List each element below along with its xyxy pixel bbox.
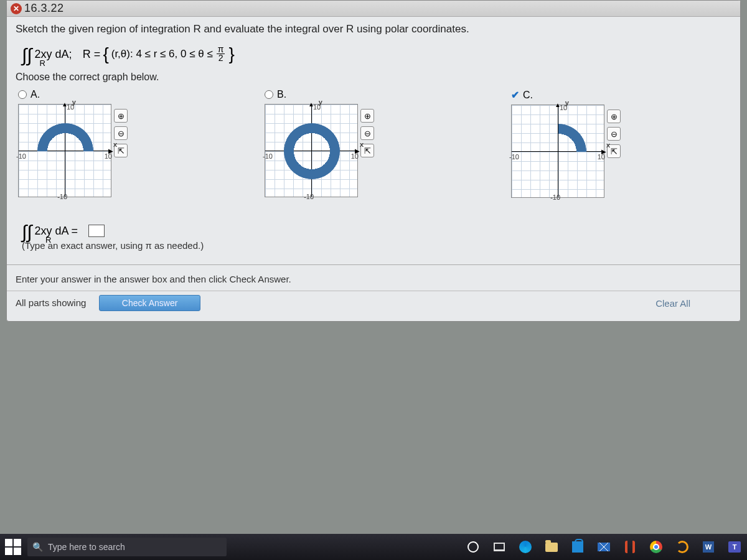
zoom-out-icon: ⊖ xyxy=(118,129,125,138)
file-explorer-icon[interactable] xyxy=(544,539,559,554)
radio-a[interactable] xyxy=(18,90,27,99)
store-icon[interactable] xyxy=(570,539,585,554)
zoom-in-icon: ⊕ xyxy=(611,112,618,121)
zoom-out-button[interactable]: ⊖ xyxy=(360,126,374,140)
choose-graph-prompt: Choose the correct graph below. xyxy=(16,72,731,83)
integral-region-label: R xyxy=(45,235,51,245)
zoom-out-icon: ⊖ xyxy=(611,129,618,139)
integral-icon: ∫∫ xyxy=(22,47,32,63)
popout-icon: ⇱ xyxy=(611,147,618,156)
option-b: B. ▶ ▲ 10 y x -10 10 -1 xyxy=(265,89,374,198)
teams-icon[interactable] xyxy=(727,539,742,554)
popout-icon: ⇱ xyxy=(364,146,371,156)
graph-tools-a: ⊕ ⊖ ⇱ xyxy=(114,109,128,157)
integral-definition: ∫∫ 2xy dA; R R = { (r,θ): 4 ≤ r ≤ 6, 0 ≤… xyxy=(22,44,731,64)
zoom-in-button[interactable]: ⊕ xyxy=(114,109,128,123)
word-icon[interactable]: W xyxy=(701,539,716,554)
ccleaner-icon[interactable] xyxy=(675,539,690,554)
clear-all-button[interactable]: Clear All xyxy=(655,298,690,309)
answer-integrand: 2xy dA = xyxy=(34,225,78,238)
checkmark-icon: ✔ xyxy=(511,89,519,101)
search-placeholder: Type here to search xyxy=(48,542,125,552)
start-button[interactable] xyxy=(5,539,21,555)
region-equals: R = xyxy=(83,48,101,61)
titlebar: ✕ 16.3.22 xyxy=(7,1,740,17)
edge-icon[interactable] xyxy=(518,539,533,554)
fraction-pi-over-2: π 2 xyxy=(217,45,225,62)
question-window: ✕ 16.3.22 Sketch the given region of int… xyxy=(6,0,741,322)
zoom-out-button[interactable]: ⊖ xyxy=(114,126,128,140)
left-controls: All parts showing Check Answer xyxy=(16,295,200,311)
answer-row: ∫∫ 2xy dA = R xyxy=(22,223,731,239)
graph-b[interactable]: ▶ ▲ 10 y x -10 10 -10 xyxy=(265,104,358,197)
tick-y-n10: -10 xyxy=(57,193,67,200)
tick-x-n10: -10 xyxy=(16,152,26,160)
chrome-icon[interactable] xyxy=(649,539,664,554)
close-icon[interactable]: ✕ xyxy=(11,3,22,14)
region-shape-c xyxy=(558,124,586,152)
option-c-label: C. xyxy=(523,90,533,101)
radio-b[interactable] xyxy=(265,90,273,99)
problem-statement: Sketch the given region of integration R… xyxy=(16,23,731,35)
answer-input[interactable] xyxy=(88,225,105,237)
taskbar-search[interactable]: 🔍 Type here to search xyxy=(27,538,227,556)
zoom-in-button[interactable]: ⊕ xyxy=(360,109,374,123)
content-area: Sketch the given region of integration R… xyxy=(7,17,740,321)
search-icon: 🔍 xyxy=(32,542,43,552)
office-icon[interactable] xyxy=(622,539,637,554)
tick-y-n10: -10 xyxy=(550,194,560,201)
option-c: ✔ C. ▶ ▲ 10 y x -10 10 xyxy=(511,89,621,198)
brace-open-icon: { xyxy=(103,44,108,64)
brace-close-icon: } xyxy=(228,44,234,64)
tick-x-10: 10 xyxy=(598,153,605,161)
zoom-in-icon: ⊕ xyxy=(364,111,371,121)
fraction-bot: 2 xyxy=(217,54,225,62)
zoom-in-icon: ⊕ xyxy=(118,111,125,121)
region-shape-a xyxy=(37,123,93,151)
integral-region-label: R xyxy=(39,58,45,68)
window-title: 16.3.22 xyxy=(24,2,64,15)
option-b-label: B. xyxy=(277,89,286,100)
mail-icon[interactable] xyxy=(596,539,611,554)
graph-a[interactable]: ▶ ▲ 10 y x -10 10 -10 xyxy=(18,104,111,197)
axis-y-label: y xyxy=(565,99,569,106)
graph-tools-b: ⊕ ⊖ ⇱ xyxy=(360,109,374,157)
task-view-icon[interactable] xyxy=(492,539,507,554)
option-a: A. ▶ ▲ 10 y x -10 10 -1 xyxy=(18,89,128,198)
divider xyxy=(7,264,740,265)
tick-x-10: 10 xyxy=(351,152,359,160)
taskbar: 🔍 Type here to search W xyxy=(0,534,747,560)
zoom-in-button[interactable]: ⊕ xyxy=(607,110,621,123)
region-body: (r,θ): 4 ≤ r ≤ 6, 0 ≤ θ ≤ xyxy=(111,48,213,60)
option-a-label: A. xyxy=(31,89,40,100)
graph-c-wrap: ▶ ▲ 10 y x -10 10 -10 ⊕ ⊖ ⇱ xyxy=(511,105,621,198)
enter-instruction: Enter your answer in the answer box and … xyxy=(16,274,731,284)
check-answer-button[interactable]: Check Answer xyxy=(99,295,200,311)
all-parts-label: All parts showing xyxy=(16,297,86,308)
zoom-out-button[interactable]: ⊖ xyxy=(607,127,621,141)
taskbar-icons: W xyxy=(466,539,742,554)
axis-x-label: x xyxy=(113,141,117,148)
graph-b-wrap: ▶ ▲ 10 y x -10 10 -10 ⊕ ⊖ ⇱ xyxy=(265,104,374,197)
answer-hint: (Type an exact answer, using π as needed… xyxy=(22,240,731,251)
tick-x-10: 10 xyxy=(105,152,112,160)
cortana-icon[interactable] xyxy=(466,539,481,554)
graph-a-wrap: ▶ ▲ 10 y x -10 10 -10 ⊕ ⊖ ⇱ xyxy=(18,104,128,197)
axis-y-label: y xyxy=(319,98,322,106)
tick-x-n10: -10 xyxy=(263,152,273,160)
tick-y-n10: -10 xyxy=(304,193,314,200)
tick-x-n10: -10 xyxy=(509,153,519,161)
region-shape-b xyxy=(284,123,340,179)
axis-x-label: x xyxy=(606,141,610,149)
options-row: A. ▶ ▲ 10 y x -10 10 -1 xyxy=(16,89,731,198)
graph-tools-c: ⊕ ⊖ ⇱ xyxy=(607,110,621,158)
zoom-out-icon: ⊖ xyxy=(364,129,371,138)
bottom-row: All parts showing Check Answer Clear All xyxy=(16,291,731,316)
graph-c[interactable]: ▶ ▲ 10 y x -10 10 -10 xyxy=(511,105,604,198)
popout-icon: ⇱ xyxy=(118,146,125,156)
axis-x-label: x xyxy=(360,141,364,148)
axis-y-label: y xyxy=(72,98,76,106)
integral-icon: ∫∫ xyxy=(22,224,32,240)
